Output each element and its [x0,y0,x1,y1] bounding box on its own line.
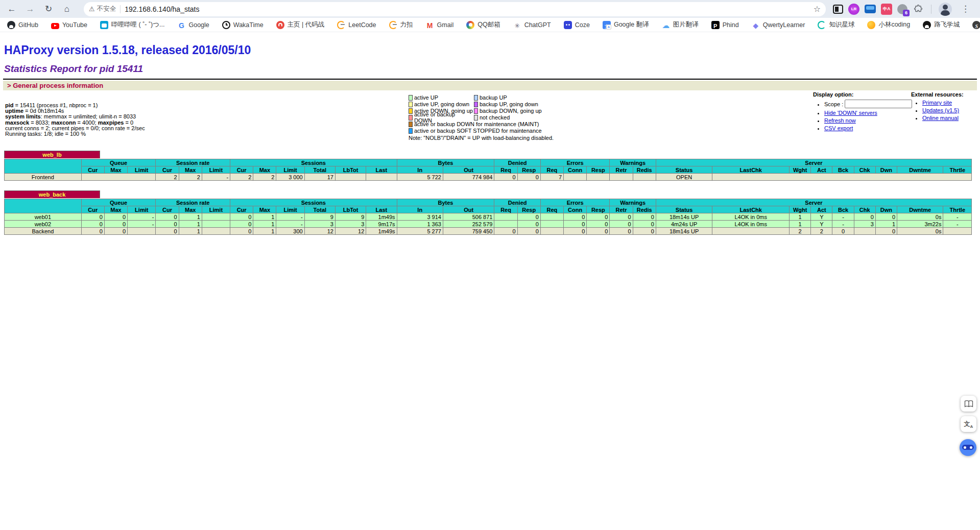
page-title: HAProxy version 1.5.18, released 2016/05… [4,43,976,57]
bookmark-phind[interactable]: Phind [711,21,739,29]
bookmark-wakatime[interactable]: WakaTime [222,21,264,29]
legend-swatch [474,102,478,107]
bookmark-gmail[interactable]: Gmail [426,21,454,29]
bookmark-youtube[interactable]: YouTube [51,21,87,29]
stat-cell: 252 579 [443,221,494,228]
stat-cell [366,174,397,181]
stat-cell [128,228,156,235]
stat-cell: 0 [587,221,610,228]
bookmark-google[interactable]: Google [177,21,209,29]
stat-cell: 0 [230,213,253,221]
legend-label: backup UP [480,94,507,101]
link-hide-down-servers[interactable]: Hide 'DOWN' servers [824,110,877,116]
table-tab-web_lb: web_lb [4,151,100,158]
home-button[interactable]: ⌂ [59,2,75,17]
col-header: Status [656,206,712,213]
bookmark-leetcode[interactable]: LeetCode [337,21,376,29]
stat-cell: 0 [517,213,540,221]
legend-item: backup DOWN, going up [474,108,554,114]
stat-cell: 0 [494,228,517,235]
translate-extension-icon[interactable]: 中A [881,4,892,15]
assistant-float-button[interactable] [960,439,976,456]
address-bar[interactable]: ⚠ 不安全 192.168.6.140/ha_stats ☆ [84,2,826,16]
stat-cell: - [276,213,304,221]
stat-cell [540,228,563,235]
lr-extension-icon[interactable]: LR [848,4,859,15]
link-online-manual[interactable]: Online manual [922,115,959,121]
stat-cell: 5 722 [397,174,443,181]
reload-button[interactable]: ↻ [41,2,56,17]
header-cell [5,199,82,213]
col-header: Limit [202,166,230,174]
col-header: Total [304,166,335,174]
extensions-puzzle-icon[interactable] [913,4,924,15]
stat-cell: 0s [897,213,943,221]
youtube-icon [51,23,59,29]
stat-cell: 1m49s [366,213,397,221]
link-primary-site[interactable]: Primary site [922,100,952,106]
bookmark-codewar[interactable]: 主页 | 代码战 [276,20,325,29]
col-header: Resp [587,206,610,213]
browser-menu-button[interactable]: ⋮ [957,4,974,14]
stat-cell: 1m49s [366,228,397,235]
leetcode-icon [337,21,345,29]
bookmark-gtranslate[interactable]: Google 翻译 [603,20,649,29]
bookmark-xiaolin[interactable]: 小林coding [867,20,910,29]
group-header-denied: Denied [494,199,540,206]
translate-float-button[interactable]: 文A [961,416,976,432]
header-cell [5,159,82,174]
col-header: In [397,206,443,213]
link-refresh-now[interactable]: Refresh now [824,117,856,124]
display-option-title: Display option: [813,91,912,98]
stat-cell: 0 [633,228,656,235]
bookmark-label: Coze [575,21,590,29]
bookmark-zsxq[interactable]: 知识星球 [818,20,854,29]
not-secure-label[interactable]: 不安全 [97,5,116,13]
col-header: Max [253,166,276,174]
external-resources-panel: External resources: Primary siteUpdates … [911,91,964,123]
stat-cell [540,213,563,221]
bookmark-bilibili[interactable]: 哔哩哔哩 ( ˚- ˚)つ... [100,20,164,29]
legend-note: Note: "NOLB"/"DRAIN" = UP with load-bala… [409,135,554,141]
browser-toolbar: ← → ↻ ⌂ ⚠ 不安全 192.168.6.140/ha_stats ☆ L… [0,0,980,18]
bookmark-imgtranslate[interactable]: 图片翻译 [662,20,699,29]
bookmark-lufei[interactable]: 路飞学城 [923,20,960,29]
reading-float-button[interactable] [961,396,976,412]
bookmark-qwerty[interactable]: QwertyLearner [752,21,805,29]
col-header: Redis [633,206,656,213]
profile-avatar[interactable] [939,3,952,16]
group-header-server: Server [656,159,971,166]
badged-extension-icon[interactable]: 6 [897,4,907,14]
bookmark-likou[interactable]: 力扣 [389,20,413,29]
stat-cell: 0 [854,213,875,221]
legend-swatch [409,128,413,134]
col-header: Limit [276,206,304,213]
link-csv-export[interactable]: CSV export [824,125,853,131]
bookmark-qqmail[interactable]: QQ邮箱 [466,20,500,29]
url-text[interactable]: 192.168.6.140/ha_stats [125,5,809,13]
side-panel-icon[interactable] [833,5,843,14]
scope-input[interactable] [845,100,912,108]
link-updates-v1-5[interactable]: Updates (v1.5) [922,107,959,113]
bookmark-coze[interactable]: Coze [564,21,590,29]
divider-rule [3,79,977,80]
col-header: Last [366,166,397,174]
back-button[interactable]: ← [4,2,19,17]
bookmark-chatgpt[interactable]: ChatGPT [513,21,551,29]
legend-label: active or backup SOFT STOPPED for mainte… [414,128,542,134]
group-header-sessions: Sessions [230,199,397,206]
stat-cell: - [832,213,854,221]
forward-button[interactable]: → [22,2,38,17]
group-header-warnings: Warnings [610,159,656,166]
stat-cell [335,174,366,181]
stat-cell: Y [811,221,832,228]
col-header: Cur [230,166,253,174]
screenshot-extension-icon[interactable] [865,5,876,13]
stat-cell: 2 [179,174,202,181]
bookmark-star-icon[interactable]: ☆ [814,4,821,14]
stat-cell: 0 [633,213,656,221]
legend-item: active UP [409,94,474,101]
bookmark-github[interactable]: GitHub [7,21,38,29]
translate-icon: 文 [964,420,970,428]
bookmark-mayi[interactable]: 蚂蚁课堂 [972,20,980,29]
